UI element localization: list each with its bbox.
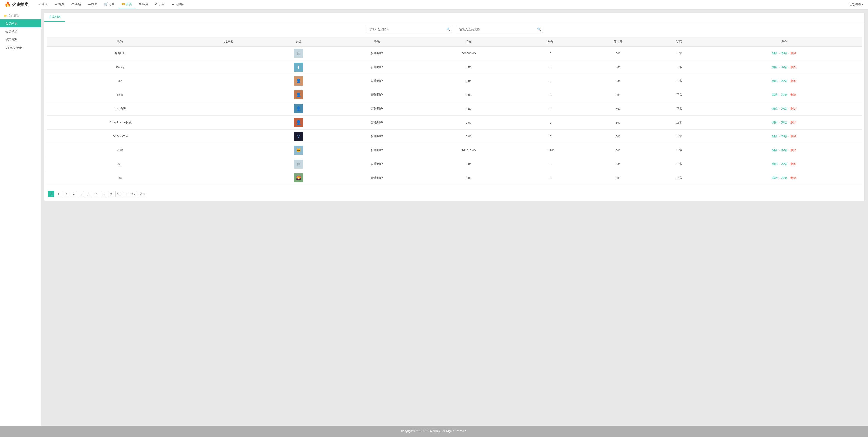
action-edit[interactable]: 编辑	[772, 134, 778, 138]
action-edit[interactable]: 编辑	[772, 65, 778, 69]
cell-actions: 编辑 · 冻结 · 删除	[706, 144, 862, 157]
cell-points: 11960	[518, 144, 583, 157]
nav-cloud[interactable]: ☁ 云服务	[168, 0, 187, 9]
cell-avatar: 👤	[263, 102, 334, 116]
cell-nickname: 吞吞吐吐	[47, 46, 194, 60]
page-btn-10[interactable]: 10	[116, 191, 122, 197]
cell-status: 正常	[653, 60, 706, 74]
sep2: ·	[788, 134, 789, 138]
cell-username	[194, 171, 263, 185]
action-edit[interactable]: 编辑	[772, 93, 778, 96]
action-delete[interactable]: 删除	[790, 162, 796, 166]
action-delete[interactable]: 删除	[790, 121, 796, 124]
search-nickname-button[interactable]: 🔍	[537, 27, 541, 31]
search-account-button[interactable]: 🔍	[446, 27, 450, 31]
search-nickname-input[interactable]	[457, 26, 543, 33]
brand-logo[interactable]: 🔥 火速拍卖	[4, 2, 28, 7]
nav-settings[interactable]: ⚙ 设置	[152, 0, 168, 9]
page-btn-5[interactable]: 5	[78, 191, 84, 197]
action-edit[interactable]: 编辑	[772, 162, 778, 166]
action-edit[interactable]: 编辑	[772, 148, 778, 152]
action-delete[interactable]: 删除	[790, 176, 796, 180]
page-btn-1[interactable]: 1	[48, 191, 55, 197]
cell-actions: 编辑 · 冻结 · 删除	[706, 74, 862, 88]
tab-member-list[interactable]: 会员列表	[44, 13, 65, 22]
cell-status: 正常	[653, 88, 706, 102]
sep2: ·	[788, 121, 789, 124]
action-freeze[interactable]: 冻结	[781, 52, 787, 55]
action-freeze[interactable]: 冻结	[781, 65, 787, 69]
action-freeze[interactable]: 冻结	[781, 107, 787, 110]
cart-icon: 🛒	[104, 2, 108, 6]
nav-home[interactable]: 🖥 首页	[51, 0, 67, 9]
cell-avatar: 🐱	[263, 144, 334, 157]
nav-member[interactable]: 🎫 会员	[118, 0, 135, 9]
sidebar-item-member-level[interactable]: 会员等级	[0, 27, 41, 36]
sidebar-item-vip-purchase[interactable]: VIP购买记录	[0, 44, 41, 52]
cell-nickname: Ybhg.Boston林总	[47, 116, 194, 130]
action-freeze[interactable]: 冻结	[781, 93, 787, 96]
action-edit[interactable]: 编辑	[772, 52, 778, 55]
cell-points: 0	[518, 130, 583, 144]
table-row: 吞吞吐吐 ▦ 普通用户 500000.00 0 500 正常 编辑 · 冻结 ·…	[47, 46, 862, 60]
cell-status: 正常	[653, 102, 706, 116]
action-delete[interactable]: 删除	[790, 148, 796, 152]
search-account-input[interactable]	[366, 26, 452, 33]
cell-actions: 编辑 · 冻结 · 删除	[706, 46, 862, 60]
sep1: ·	[779, 65, 780, 69]
action-freeze[interactable]: 冻结	[781, 79, 787, 83]
cell-credit: 500	[583, 88, 653, 102]
page-btn-2[interactable]: 2	[56, 191, 62, 197]
last-page-button[interactable]: 尾页	[138, 191, 147, 197]
footer-text: Copyright © 2015-2018 玩物得志. All Rights R…	[401, 430, 467, 433]
action-delete[interactable]: 删除	[790, 79, 796, 83]
nav-back[interactable]: ↩ 返回	[35, 0, 51, 9]
page-btn-3[interactable]: 3	[63, 191, 69, 197]
cell-actions: 编辑 · 冻结 · 删除	[706, 60, 862, 74]
cell-actions: 编辑 · 冻结 · 删除	[706, 157, 862, 171]
page-btn-6[interactable]: 6	[86, 191, 92, 197]
page-btn-7[interactable]: 7	[93, 191, 99, 197]
brand-name: 火速拍卖	[12, 2, 28, 7]
cell-level: 普通用户	[334, 60, 420, 74]
sep2: ·	[788, 65, 789, 69]
page-btn-4[interactable]: 4	[70, 191, 77, 197]
sidebar-item-member-list[interactable]: 会员列表	[0, 19, 41, 27]
cell-balance: 0.00	[420, 102, 518, 116]
cell-points: 0	[518, 88, 583, 102]
action-edit[interactable]: 编辑	[772, 107, 778, 110]
settings-icon: ⚙	[155, 2, 158, 6]
action-delete[interactable]: 删除	[790, 134, 796, 138]
page-btn-9[interactable]: 9	[108, 191, 114, 197]
sidebar-item-withdraw[interactable]: 提现管理	[0, 36, 41, 44]
nav-dropdown[interactable]: 玩物得志 ▾	[849, 2, 864, 7]
action-delete[interactable]: 删除	[790, 107, 796, 110]
nav-order[interactable]: 🛒 订单	[101, 0, 118, 9]
action-freeze[interactable]: 冻结	[781, 162, 787, 166]
cell-actions: 编辑 · 冻结 · 删除	[706, 116, 862, 130]
sep1: ·	[779, 176, 780, 180]
cell-username	[194, 116, 263, 130]
action-edit[interactable]: 编辑	[772, 176, 778, 180]
action-delete[interactable]: 删除	[790, 93, 796, 96]
cell-balance: 0.00	[420, 60, 518, 74]
action-edit[interactable]: 编辑	[772, 121, 778, 124]
action-freeze[interactable]: 冻结	[781, 134, 787, 138]
action-freeze[interactable]: 冻结	[781, 148, 787, 152]
sep2: ·	[788, 93, 789, 96]
cell-level: 普通用户	[334, 171, 420, 185]
col-credit: 信用分	[583, 37, 653, 46]
action-freeze[interactable]: 冻结	[781, 121, 787, 124]
action-freeze[interactable]: 冻结	[781, 176, 787, 180]
action-edit[interactable]: 编辑	[772, 79, 778, 83]
nav-app[interactable]: ⚙ 应用	[135, 0, 151, 9]
action-delete[interactable]: 删除	[790, 65, 796, 69]
next-page-button[interactable]: 下一页»	[123, 191, 136, 197]
avatar: ⬇	[294, 63, 303, 72]
nav-auction[interactable]: — 拍卖	[84, 0, 100, 9]
col-actions: 操作	[706, 37, 862, 46]
page-btn-8[interactable]: 8	[100, 191, 107, 197]
nav-goods[interactable]: 🏷 商品	[68, 0, 84, 9]
action-delete[interactable]: 删除	[790, 52, 796, 55]
col-points: 积分	[518, 37, 583, 46]
